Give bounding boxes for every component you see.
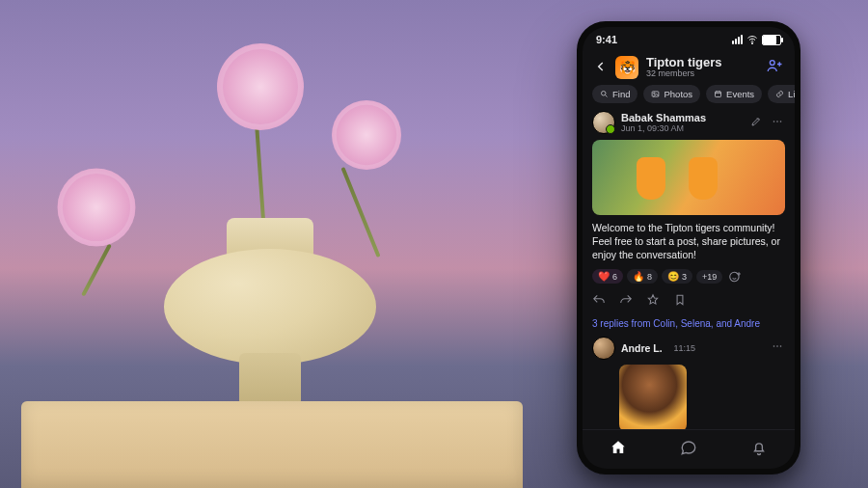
community-header: 🐯 Tipton tigers 32 members [583, 52, 795, 85]
svg-point-1 [770, 61, 774, 66]
add-people-icon [766, 57, 783, 74]
chip-link[interactable]: Link [768, 85, 795, 103]
flower-illustration [217, 43, 304, 130]
status-bar: 9:41 [583, 27, 795, 52]
promo-background: 9:41 🐯 Tipton tigers 32 members [0, 0, 868, 488]
svg-point-12 [780, 345, 782, 347]
link-icon [775, 90, 784, 98]
bottom-tab-bar [583, 429, 795, 469]
flower-illustration [332, 100, 401, 170]
reaction-pill[interactable]: 😊3 [662, 269, 692, 284]
svg-point-4 [654, 93, 656, 95]
reply-image[interactable] [619, 365, 687, 429]
svg-point-7 [776, 121, 778, 122]
chat-icon [680, 439, 697, 456]
chip-find[interactable]: Find [592, 85, 637, 103]
more-horizontal-icon [772, 340, 783, 352]
chip-events[interactable]: Events [706, 85, 762, 103]
svg-point-11 [776, 345, 778, 347]
reaction-overflow[interactable]: +19 [696, 270, 722, 284]
back-button[interactable] [594, 58, 608, 78]
flower-stalk [81, 244, 112, 297]
svg-rect-3 [653, 92, 660, 96]
tab-activity[interactable] [750, 439, 768, 460]
post-action-row [592, 293, 785, 311]
reaction-bar: ❤️6 🔥8 😊3 +19 [592, 268, 785, 285]
community-avatar[interactable]: 🐯 [615, 56, 638, 79]
reply-button[interactable] [592, 293, 606, 311]
bell-icon [750, 439, 768, 456]
svg-rect-5 [716, 92, 721, 97]
table-illustration [21, 401, 523, 488]
post-overflow-button[interactable] [770, 114, 785, 132]
chip-label: Link [788, 89, 795, 99]
status-time: 9:41 [596, 34, 617, 45]
add-reaction-button[interactable] [726, 268, 744, 285]
favorite-button[interactable] [646, 293, 660, 311]
wifi-icon [746, 34, 758, 45]
tab-home[interactable] [610, 439, 627, 460]
reply-author[interactable]: Andre L. [621, 342, 663, 354]
battery-icon [762, 35, 781, 45]
svg-point-6 [773, 121, 775, 122]
bookmark-icon [673, 293, 687, 307]
community-feed[interactable]: Babak Shammas Jun 1, 09:30 AM Welcome to… [583, 111, 795, 429]
post-author[interactable]: Babak Shammas [621, 112, 706, 123]
svg-point-2 [602, 92, 607, 96]
reaction-pill[interactable]: ❤️6 [592, 269, 623, 284]
feed-post: Babak Shammas Jun 1, 09:30 AM Welcome to… [592, 111, 785, 429]
chip-photos[interactable]: Photos [643, 85, 700, 103]
author-avatar[interactable] [592, 111, 615, 134]
chevron-left-icon [594, 60, 608, 73]
svg-point-0 [751, 42, 752, 43]
reply-timestamp: 11:15 [674, 343, 696, 353]
flower-stalk [255, 125, 266, 231]
tab-chat[interactable] [680, 439, 697, 460]
chip-label: Find [612, 89, 630, 99]
chip-label: Events [726, 89, 754, 99]
calendar-icon [714, 90, 722, 98]
feed-reply: Andre L. 11:15 ❤️3 [592, 337, 785, 429]
reply-icon [592, 293, 606, 307]
search-icon [600, 90, 609, 98]
post-timestamp: Jun 1, 09:30 AM [621, 123, 706, 133]
invite-members-button[interactable] [766, 57, 783, 78]
reply-overflow-button[interactable] [770, 339, 785, 357]
filter-chip-row: Find Photos Events Link [583, 85, 795, 111]
svg-point-10 [773, 345, 775, 347]
reaction-pill[interactable]: 🔥8 [627, 269, 658, 284]
presence-available-icon [606, 124, 615, 134]
chip-label: Photos [664, 89, 692, 99]
edit-post-button[interactable] [748, 114, 764, 132]
vase-illustration [164, 218, 376, 411]
pencil-icon [750, 116, 762, 127]
share-button[interactable] [619, 293, 633, 311]
phone-frame: 9:41 🐯 Tipton tigers 32 members [577, 21, 800, 474]
post-body: Welcome to the Tipton tigers community! … [592, 221, 785, 262]
photo-icon [651, 90, 660, 98]
author-avatar[interactable] [592, 337, 615, 360]
emoji-add-icon [728, 270, 742, 284]
flower-illustration [58, 169, 136, 247]
community-members-count: 32 members [646, 68, 721, 79]
cell-signal-icon [732, 35, 743, 44]
replies-summary-link[interactable]: 3 replies from Colin, Selena, and Andre [592, 318, 785, 329]
share-icon [619, 293, 633, 307]
community-title[interactable]: Tipton tigers [646, 56, 721, 68]
home-icon [610, 439, 627, 456]
svg-point-8 [780, 121, 782, 122]
post-image[interactable] [592, 140, 785, 215]
star-icon [646, 293, 660, 307]
more-horizontal-icon [772, 116, 783, 127]
app-screen: 9:41 🐯 Tipton tigers 32 members [583, 27, 795, 469]
save-button[interactable] [673, 293, 687, 311]
